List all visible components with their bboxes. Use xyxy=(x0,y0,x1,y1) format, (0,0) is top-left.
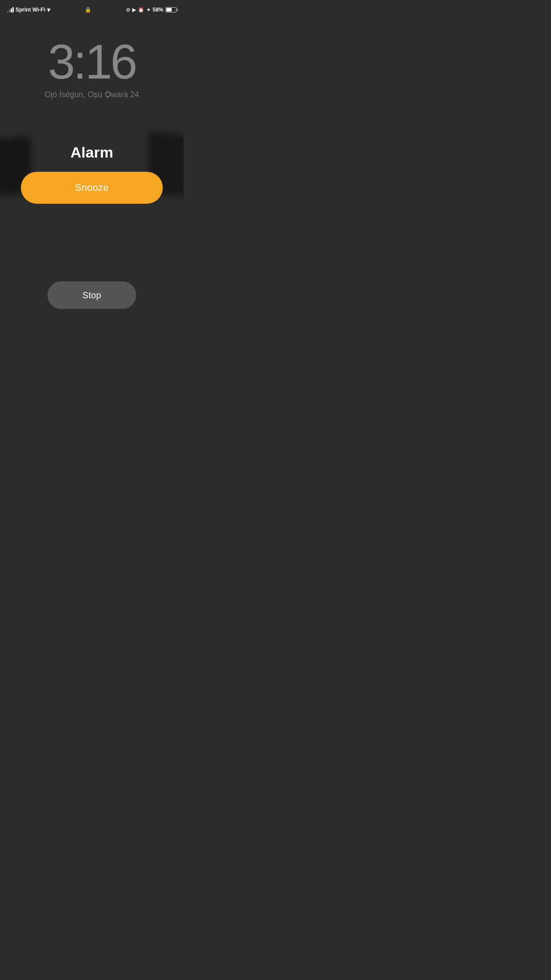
location-icon: ▶ xyxy=(132,7,136,13)
clock-time: 3:16 xyxy=(44,37,139,86)
signal-bar-1 xyxy=(7,11,8,12)
lock-icon: 🔒 xyxy=(85,7,91,13)
status-center: 🔒 xyxy=(85,7,91,13)
battery-percent: 58% xyxy=(153,7,163,13)
snooze-button[interactable]: Snooze xyxy=(21,172,163,204)
battery-indicator xyxy=(165,7,177,12)
signal-bar-4 xyxy=(12,7,14,12)
status-left: Sprint Wi-Fi ▾ xyxy=(7,6,50,13)
alarm-clock-icon: ⏰ xyxy=(138,7,144,13)
time-section: 3:16 Ojó Ìségun, Oṣù Ọwàrà 24 xyxy=(44,37,139,99)
clock-date: Ojó Ìségun, Oṣù Ọwàrà 24 xyxy=(44,90,139,99)
alarm-section: Alarm Snooze xyxy=(0,144,184,204)
rotation-lock-icon: ⊙ xyxy=(126,7,130,13)
battery-icon xyxy=(165,7,177,12)
stop-section: Stop xyxy=(0,281,184,309)
carrier-name: Sprint Wi-Fi xyxy=(16,7,45,13)
status-right: ⊙ ▶ ⏰ ✦ 58% xyxy=(126,7,177,13)
bluetooth-icon: ✦ xyxy=(146,7,150,13)
battery-fill xyxy=(166,8,172,12)
stop-button[interactable]: Stop xyxy=(47,281,136,309)
alarm-title: Alarm xyxy=(9,144,175,161)
wifi-icon: ▾ xyxy=(47,6,50,13)
status-bar: Sprint Wi-Fi ▾ 🔒 ⊙ ▶ ⏰ ✦ 58% xyxy=(0,0,184,20)
lock-screen: Sprint Wi-Fi ▾ 🔒 ⊙ ▶ ⏰ ✦ 58% 3:16 Ojó Ìs… xyxy=(0,0,184,327)
signal-bar-2 xyxy=(9,10,10,12)
signal-bar-3 xyxy=(11,8,12,12)
signal-bars xyxy=(7,7,14,12)
